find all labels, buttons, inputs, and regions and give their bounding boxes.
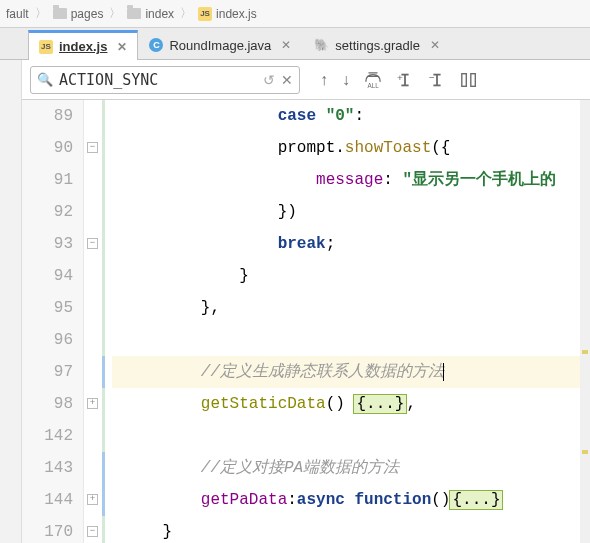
- line-number[interactable]: 143: [22, 452, 73, 484]
- tab-settings-gradle[interactable]: 🐘 settings.gradle ✕: [302, 30, 451, 59]
- line-number[interactable]: 91: [22, 164, 73, 196]
- tab-label: RoundImage.java: [169, 38, 271, 53]
- code-line[interactable]: break;: [112, 228, 590, 260]
- fold-expand-icon[interactable]: +: [87, 398, 98, 409]
- next-match-icon[interactable]: ↓: [342, 71, 350, 89]
- svg-rect-4: [401, 84, 408, 86]
- line-number[interactable]: 92: [22, 196, 73, 228]
- folder-icon: [53, 8, 67, 19]
- line-number[interactable]: 98: [22, 388, 73, 420]
- fold-collapse-icon[interactable]: −: [87, 142, 98, 153]
- add-selection-icon[interactable]: +: [396, 71, 414, 89]
- line-number[interactable]: 94: [22, 260, 73, 292]
- breadcrumb-item[interactable]: pages: [53, 7, 104, 21]
- breadcrumb-label: index: [145, 7, 174, 21]
- history-icon[interactable]: ↺: [263, 72, 275, 88]
- tab-roundimage-java[interactable]: C RoundImage.java ✕: [138, 30, 302, 59]
- marker[interactable]: [582, 450, 588, 454]
- code-editor[interactable]: 89909192939495969798142143144170 −−++− c…: [22, 100, 590, 543]
- code-line[interactable]: [112, 324, 590, 356]
- fold-collapse-icon[interactable]: −: [87, 526, 98, 537]
- svg-rect-7: [433, 73, 440, 75]
- svg-rect-8: [433, 84, 440, 86]
- breadcrumb-sep-icon: 〉: [180, 5, 192, 22]
- code-line[interactable]: //定义对接PA端数据的方法: [112, 452, 590, 484]
- line-number[interactable]: 144: [22, 484, 73, 516]
- svg-rect-10: [471, 73, 476, 86]
- prev-match-icon[interactable]: ↑: [320, 71, 328, 89]
- editor-tabs: JS index.js ✕ C RoundImage.java ✕ 🐘 sett…: [0, 28, 590, 60]
- code-line[interactable]: getPaData:async function(){...}: [112, 484, 590, 516]
- svg-text:−: −: [429, 71, 435, 82]
- svg-rect-9: [462, 73, 467, 86]
- svg-rect-2: [404, 74, 406, 85]
- change-marker-column: [102, 100, 112, 543]
- line-number[interactable]: 170: [22, 516, 73, 543]
- code-line[interactable]: //定义生成静态联系人数据的方法: [112, 356, 590, 388]
- line-number[interactable]: 96: [22, 324, 73, 356]
- svg-text:ALL: ALL: [368, 82, 380, 89]
- breadcrumb-sep-icon: 〉: [109, 5, 121, 22]
- remove-selection-icon[interactable]: −: [428, 71, 446, 89]
- tab-label: settings.gradle: [335, 38, 420, 53]
- breadcrumb-item[interactable]: JS index.js: [198, 7, 257, 21]
- breadcrumb: fault 〉 pages 〉 index 〉 JS index.js: [0, 0, 590, 28]
- breadcrumb-label: fault: [6, 7, 29, 21]
- code-line[interactable]: }: [112, 260, 590, 292]
- find-toolbar: 🔍 ↺ ✕ ↑ ↓ ALL + −: [22, 60, 590, 100]
- code-line[interactable]: prompt.showToast({: [112, 132, 590, 164]
- svg-text:+: +: [397, 71, 403, 82]
- close-icon[interactable]: ✕: [117, 40, 127, 54]
- change-marker: [102, 452, 105, 516]
- class-file-icon: C: [149, 38, 163, 52]
- change-marker: [102, 356, 105, 388]
- marker-strip[interactable]: [580, 100, 590, 543]
- line-number[interactable]: 142: [22, 420, 73, 452]
- tab-index-js[interactable]: JS index.js ✕: [28, 30, 138, 60]
- breadcrumb-label: index.js: [216, 7, 257, 21]
- select-all-icon[interactable]: ALL: [364, 71, 382, 89]
- line-gutter[interactable]: 89909192939495969798142143144170: [22, 100, 84, 543]
- breadcrumb-sep-icon: 〉: [35, 5, 47, 22]
- line-number[interactable]: 90: [22, 132, 73, 164]
- fold-column[interactable]: −−++−: [84, 100, 102, 543]
- breadcrumb-label: pages: [71, 7, 104, 21]
- js-file-icon: JS: [39, 40, 53, 54]
- gradle-file-icon: 🐘: [313, 38, 329, 52]
- line-number[interactable]: 95: [22, 292, 73, 324]
- line-number[interactable]: 97: [22, 356, 73, 388]
- code-line[interactable]: [112, 420, 590, 452]
- search-input[interactable]: [59, 71, 257, 89]
- code-line[interactable]: }: [112, 516, 590, 543]
- editor-area: 🔍 ↺ ✕ ↑ ↓ ALL + − 8990919293949596979814…: [22, 60, 590, 543]
- search-icon: 🔍: [37, 72, 53, 87]
- folder-icon: [127, 8, 141, 19]
- code-line[interactable]: },: [112, 292, 590, 324]
- close-icon[interactable]: ✕: [430, 38, 440, 52]
- fold-collapse-icon[interactable]: −: [87, 238, 98, 249]
- fold-expand-icon[interactable]: +: [87, 494, 98, 505]
- marker[interactable]: [582, 350, 588, 354]
- line-number[interactable]: 89: [22, 100, 73, 132]
- close-icon[interactable]: ✕: [281, 38, 291, 52]
- code-content[interactable]: case "0": prompt.showToast({ message: "显…: [112, 100, 590, 543]
- clear-icon[interactable]: ✕: [281, 72, 293, 88]
- code-line[interactable]: case "0":: [112, 100, 590, 132]
- svg-rect-3: [401, 73, 408, 75]
- svg-rect-6: [436, 74, 438, 85]
- code-line[interactable]: getStaticData() {...},: [112, 388, 590, 420]
- left-tool-gutter: [0, 60, 22, 543]
- search-box[interactable]: 🔍 ↺ ✕: [30, 66, 300, 94]
- js-file-icon: JS: [198, 7, 212, 21]
- breadcrumb-item[interactable]: fault: [6, 7, 29, 21]
- code-line[interactable]: message: "显示另一个手机上的: [112, 164, 590, 196]
- line-number[interactable]: 93: [22, 228, 73, 260]
- select-occurrences-icon[interactable]: [460, 71, 478, 89]
- breadcrumb-item[interactable]: index: [127, 7, 174, 21]
- tab-label: index.js: [59, 39, 107, 54]
- code-line[interactable]: }): [112, 196, 590, 228]
